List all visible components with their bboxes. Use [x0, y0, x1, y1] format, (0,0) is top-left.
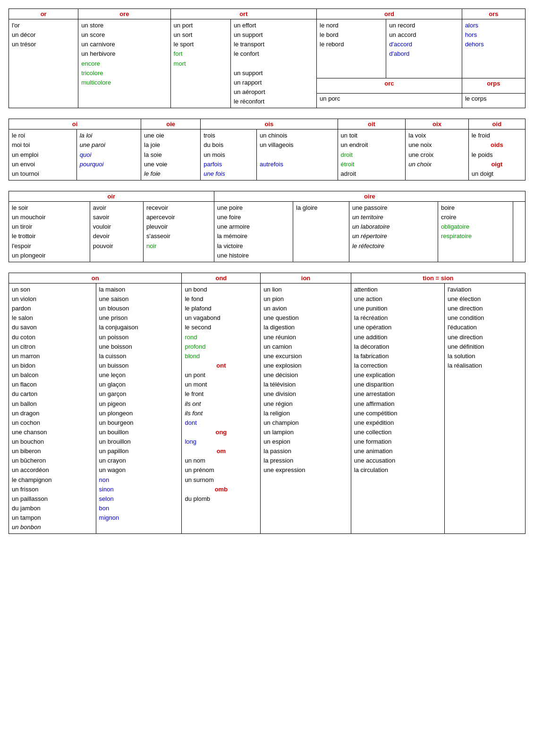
cell-oit-words: un toit un endroit droit étroit adroit — [338, 129, 406, 180]
cell-oire-words3: une passoire un territoire un laboratoir… — [349, 201, 438, 262]
header-tion: tion = sion — [351, 273, 525, 283]
section-oir: oir oire le soir un mouchoir un tiroir l… — [8, 191, 526, 262]
cell-oir-words1: le soir un mouchoir un tiroir le trottoi… — [9, 201, 90, 262]
cell-or-words: l'or un décor un trésor — [9, 19, 78, 108]
header-oid: oid — [468, 119, 525, 129]
cell-ort-words1: un port un sort le sport fort mort — [170, 19, 230, 108]
cell-ors-words: alors hors dehors — [462, 19, 525, 78]
cell-ore-words: un store un score un carnivore un herbiv… — [78, 19, 170, 108]
label-oie: oie — [166, 120, 175, 128]
header-oir: oir — [9, 191, 214, 201]
header-ort: ort — [170, 9, 316, 19]
cell-oire-words2: la gloire — [293, 201, 349, 262]
header-ion: ion — [261, 273, 351, 283]
table-on: on ond ion tion = sion un son un violon … — [8, 273, 526, 534]
label-orc: orc — [384, 80, 394, 87]
cell-ond-words: un bond le fond le plafond un vagabond l… — [182, 283, 261, 534]
label-oire: oire — [364, 193, 375, 200]
header-oire: oire — [214, 191, 525, 201]
table-oi: oi oie ois oit oix oid le roi moi toi un… — [8, 119, 526, 180]
cell-oire-words4: boire croire obligatoire respiratoire — [438, 201, 513, 262]
label-oix: oix — [432, 120, 441, 128]
cell-on-words2: la maison une saison un blouson une pris… — [96, 283, 182, 534]
cell-oid-words: le froid oids le poids oigt un doigt — [468, 129, 525, 180]
cell-ort-words2: un effort un support le transport le con… — [231, 19, 317, 108]
section-oi: oi oie ois oit oix oid le roi moi toi un… — [8, 119, 526, 180]
cell-oi-words2: la loi une paroi quoi pourquoi — [76, 129, 141, 180]
cell-tion-words1: attention une action une punition la réc… — [351, 283, 444, 534]
header-ord: ord — [317, 9, 462, 19]
header-oie: oie — [141, 119, 201, 129]
label-ort: ort — [239, 10, 247, 17]
label-ion: ion — [301, 275, 311, 282]
section-on: on ond ion tion = sion un son un violon … — [8, 273, 526, 534]
header-orc: orc — [317, 78, 462, 93]
cell-oir-words2: avoir savoir vouloir devoir pouvoir — [90, 201, 143, 262]
cell-oire-spacer — [513, 201, 525, 262]
cell-ord-words1: le nord le bord le rebord — [317, 19, 386, 78]
header-ors: ors — [462, 9, 525, 19]
header-ore: ore — [78, 9, 170, 19]
section-or: or ore ort ord ors l'or un décor un trés… — [8, 9, 526, 108]
header-on: on — [9, 273, 182, 283]
cell-oix-words: la voix une noix une croix un choix — [406, 129, 468, 180]
label-oir: oir — [108, 193, 116, 200]
label-oid: oid — [492, 120, 502, 128]
label-on: on — [92, 275, 99, 282]
header-oit: oit — [338, 119, 406, 129]
header-or: or — [9, 9, 78, 19]
cell-orps-words: le corps — [462, 93, 525, 108]
cell-tion-words2: l'aviation une élection une direction un… — [445, 283, 526, 534]
cell-ois-words1: trois du bois un mois parfois une fois — [201, 129, 257, 180]
cell-oire-words1: une poire une foire une armoire la mémoi… — [214, 201, 293, 262]
label-ord: ord — [384, 10, 394, 17]
cell-ord-words2: un record un accord d'accord d'abord — [386, 19, 462, 78]
header-orps: orps — [462, 78, 525, 93]
label-ors: ors — [489, 10, 498, 17]
table-or: or ore ort ord ors l'or un décor un trés… — [8, 9, 526, 108]
label-oit: oit — [368, 120, 375, 128]
label-ore: ore — [119, 10, 129, 17]
table-oir: oir oire le soir un mouchoir un tiroir l… — [8, 191, 526, 262]
header-ois: ois — [201, 119, 338, 129]
header-oi: oi — [9, 119, 141, 129]
cell-ois-words2: un chinois un villageois autrefois — [257, 129, 338, 180]
label-or: or — [41, 10, 47, 17]
cell-ion-words: un lion un pion un avion une question la… — [261, 283, 351, 534]
cell-oi-words1: le roi moi toi un emploi un envoi un tou… — [9, 129, 77, 180]
label-ois: ois — [264, 120, 273, 128]
header-oix: oix — [406, 119, 468, 129]
cell-orc-words: un porc — [317, 93, 462, 108]
cell-on-words1: un son un violon pardon le salon du savo… — [9, 283, 96, 534]
label-ond: ond — [215, 275, 227, 282]
header-ond: ond — [182, 273, 261, 283]
cell-oir-words3: recevoir apercevoir pleuvoir s'asseoir n… — [143, 201, 214, 262]
label-orps: orps — [487, 80, 500, 87]
label-tion: tion = sion — [423, 275, 453, 282]
label-oi: oi — [72, 120, 78, 128]
cell-oie-words: une oie la joie la soie une voie le foie — [141, 129, 201, 180]
